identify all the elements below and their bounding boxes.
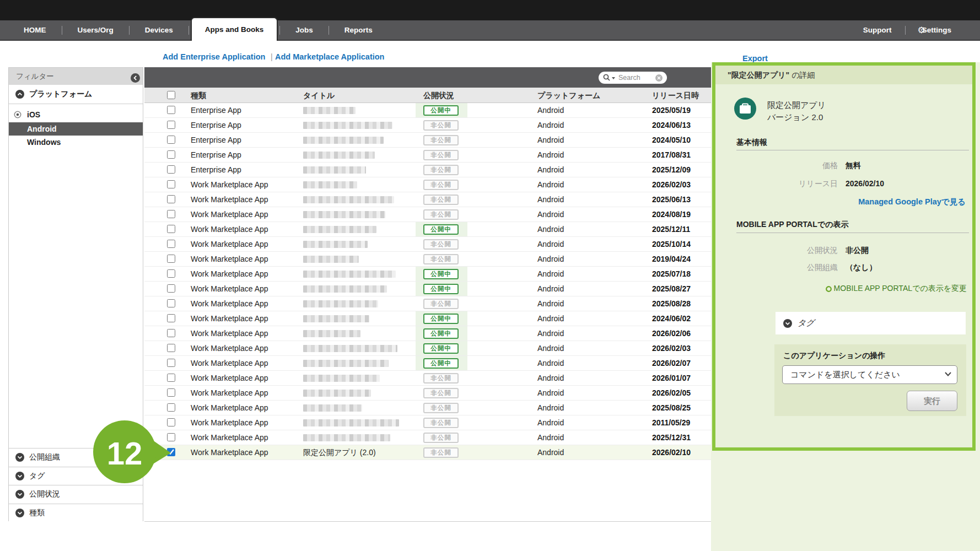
row-checkbox[interactable] [167, 314, 175, 322]
row-type: Work Marketplace App [191, 192, 268, 207]
redacted-title [303, 419, 399, 426]
search-input[interactable] [617, 73, 655, 82]
row-checkbox[interactable] [167, 225, 175, 233]
column-header-platform[interactable]: プラットフォーム [537, 88, 600, 103]
table-row[interactable]: Work Marketplace App 限定公開アプリ (2.0) 非公開 A… [144, 445, 711, 460]
table-row[interactable]: Work Marketplace App 非公開 Android 2019/04… [144, 252, 711, 267]
row-checkbox[interactable] [167, 329, 175, 337]
row-checkbox[interactable] [167, 150, 175, 159]
table-row[interactable]: Work Marketplace App 公開中 Android 2025/12… [144, 222, 711, 237]
row-checkbox[interactable] [167, 255, 175, 263]
sidebar-section-label: タグ [29, 471, 45, 481]
basic-info-section-title: 基本情報 [736, 138, 767, 148]
sidebar-section-platform[interactable]: プラットフォーム [9, 85, 143, 104]
table-row[interactable]: Work Marketplace App 非公開 Android 2024/08… [144, 207, 711, 222]
sidebar-item-ios[interactable]: iOS [9, 108, 143, 121]
table-row[interactable]: Work Marketplace App 非公開 Android 2025/06… [144, 192, 711, 207]
column-header-title[interactable]: タイトル [303, 88, 335, 103]
row-platform: Android [537, 356, 564, 370]
redacted-title [303, 122, 392, 129]
sidebar-section-label: 公開状況 [29, 489, 60, 499]
search-clear-icon[interactable] [655, 74, 663, 82]
table-row[interactable]: Work Marketplace App 公開中 Android 2025/07… [144, 267, 711, 282]
row-checkbox[interactable] [167, 240, 175, 248]
tags-section-bar[interactable]: タグ [776, 312, 966, 334]
row-checkbox[interactable] [167, 344, 175, 352]
row-checkbox[interactable] [167, 121, 175, 129]
row-title [303, 237, 368, 252]
table-row[interactable]: Work Marketplace App 公開中 Android 2026/02… [144, 341, 711, 356]
select-all-checkbox[interactable] [167, 91, 175, 101]
redacted-title [303, 434, 390, 441]
sidebar-item-windows[interactable]: Windows [9, 136, 143, 149]
support-link[interactable]: Support [851, 20, 904, 40]
column-header-status[interactable]: 公開状況 [423, 88, 454, 103]
command-select[interactable]: コマンドを選択してください [782, 365, 957, 384]
table-row[interactable]: Work Marketplace App 非公開 Android 2026/02… [144, 177, 711, 192]
row-checkbox[interactable] [167, 359, 175, 367]
portal-change-link[interactable]: MOBILE APP PORTALでの表示を変更 [826, 284, 967, 294]
nav-tab-apps-and-books[interactable]: Apps and Books [191, 17, 278, 41]
nav-tab-reports[interactable]: Reports [331, 20, 386, 40]
table-row[interactable]: Enterprise App 非公開 Android 2025/12/09 [144, 163, 711, 177]
search-scope-dropdown-icon[interactable] [611, 77, 616, 80]
nav-tab-home[interactable]: HOME [10, 20, 60, 40]
sidebar-item-android[interactable]: Android [9, 122, 143, 136]
nav-tab-jobs[interactable]: Jobs [282, 20, 327, 40]
table-header-row: 種類 タイトル 公開状況 プラットフォーム リリース日時 [144, 88, 711, 103]
table-row[interactable]: Work Marketplace App 非公開 Android 2025/08… [144, 401, 711, 415]
row-released: 2025/12/11 [652, 222, 690, 236]
table-row[interactable]: Enterprise App 非公開 Android 2017/08/31 [144, 148, 711, 163]
table-row[interactable]: Work Marketplace App 非公開 Android 2025/08… [144, 296, 711, 311]
row-checkbox[interactable] [167, 388, 175, 397]
table-row[interactable]: Enterprise App 非公開 Android 2024/06/13 [144, 118, 711, 133]
sidebar-collapse-button[interactable] [131, 72, 140, 81]
execute-button[interactable]: 実行 [907, 391, 957, 411]
row-checkbox[interactable] [167, 180, 175, 188]
divider [736, 150, 969, 150]
row-checkbox[interactable] [167, 374, 175, 382]
table-toolbar [144, 67, 711, 88]
row-checkbox[interactable] [167, 269, 175, 278]
table-row[interactable]: Work Marketplace App 非公開 Android 2026/02… [144, 386, 711, 401]
status-badge: 公開中 [423, 343, 459, 354]
column-header-released[interactable]: リリース日時 [652, 88, 699, 103]
row-status-cell: 公開中 [423, 358, 459, 369]
search-box[interactable] [599, 72, 667, 84]
add-marketplace-application-link[interactable]: Add Marketplace Application [275, 52, 384, 61]
column-header-type[interactable]: 種類 [191, 88, 206, 103]
row-title [303, 282, 387, 297]
table-row[interactable]: Enterprise App 非公開 Android 2024/05/10 [144, 133, 711, 148]
table-row[interactable]: Work Marketplace App 公開中 Android 2026/02… [144, 326, 711, 341]
table-row[interactable]: Work Marketplace App 非公開 Android 2025/12… [144, 430, 711, 445]
row-checkbox[interactable] [167, 403, 175, 412]
row-checkbox[interactable] [167, 136, 175, 144]
table-row[interactable]: Work Marketplace App 非公開 Android 2026/01… [144, 371, 711, 386]
row-released: 2024/06/13 [652, 118, 691, 132]
row-checkbox[interactable] [167, 299, 175, 307]
table-row[interactable]: Enterprise App 公開中 Android 2025/05/19 [144, 103, 711, 118]
sidebar-section-3[interactable]: 種類 [9, 504, 143, 522]
add-enterprise-application-link[interactable]: Add Enterprise Application [163, 52, 265, 61]
export-link[interactable]: Export [742, 54, 768, 63]
nav-tab-users-org[interactable]: Users/Org [64, 20, 127, 40]
table-row[interactable]: Work Marketplace App 非公開 Android 2025/10… [144, 237, 711, 252]
row-type: Work Marketplace App [191, 356, 268, 370]
row-checkbox[interactable] [167, 106, 175, 114]
row-released: 2026/02/06 [652, 326, 691, 341]
redacted-title [303, 152, 375, 159]
table-row[interactable]: Work Marketplace App 非公開 Android 2011/05… [144, 415, 711, 430]
table-row[interactable]: Work Marketplace App 公開中 Android 2024/06… [144, 311, 711, 326]
settings-link[interactable]: Settings [918, 20, 963, 40]
row-checkbox[interactable] [167, 165, 175, 174]
row-checkbox[interactable] [167, 195, 175, 203]
table-row[interactable]: Work Marketplace App 公開中 Android 2025/08… [144, 282, 711, 296]
table-row[interactable]: Work Marketplace App 公開中 Android 2026/02… [144, 356, 711, 371]
row-status-cell: 非公開 [423, 120, 459, 131]
row-checkbox[interactable] [167, 210, 175, 218]
nav-tab-devices[interactable]: Devices [131, 20, 187, 40]
row-platform: Android [537, 430, 564, 445]
row-checkbox[interactable] [167, 284, 175, 293]
managed-google-play-link[interactable]: Managed Google Playで見る [858, 197, 966, 207]
divider [736, 233, 969, 233]
